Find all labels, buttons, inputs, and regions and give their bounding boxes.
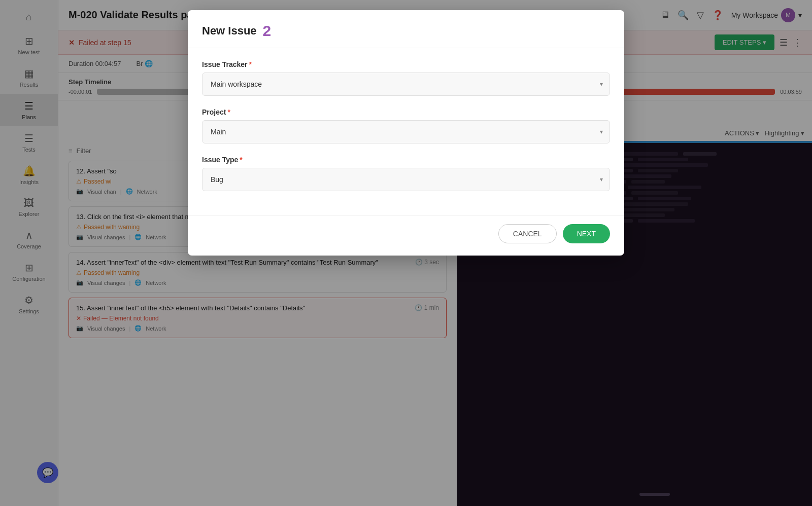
required-star-tracker: * bbox=[249, 60, 252, 68]
new-issue-modal: New Issue 2 Issue Tracker * Main workspa… bbox=[188, 10, 624, 256]
project-select-wrap: Main ▾ bbox=[202, 120, 610, 143]
modal-body: Issue Tracker * Main workspace ▾ Project… bbox=[188, 48, 624, 215]
project-label: Project * bbox=[202, 108, 610, 116]
project-group: Project * Main ▾ bbox=[202, 108, 610, 143]
issue-type-select[interactable]: Bug bbox=[202, 168, 610, 191]
cancel-button[interactable]: CANCEL bbox=[498, 224, 557, 243]
required-star-type: * bbox=[240, 156, 242, 164]
modal-footer: CANCEL NEXT bbox=[188, 215, 624, 256]
issue-type-label: Issue Type * bbox=[202, 156, 610, 164]
modal-overlay: New Issue 2 Issue Tracker * Main workspa… bbox=[0, 0, 812, 506]
next-button[interactable]: NEXT bbox=[563, 224, 610, 243]
required-star-project: * bbox=[227, 108, 230, 116]
modal-step-number: 2 bbox=[263, 22, 272, 40]
project-select[interactable]: Main bbox=[202, 120, 610, 143]
modal-title: New Issue bbox=[202, 24, 257, 38]
issue-type-group: Issue Type * Bug ▾ bbox=[202, 156, 610, 191]
issue-tracker-select-wrap: Main workspace ▾ bbox=[202, 73, 610, 96]
modal-header: New Issue 2 bbox=[188, 10, 624, 48]
issue-type-select-wrap: Bug ▾ bbox=[202, 168, 610, 191]
issue-tracker-label: Issue Tracker * bbox=[202, 60, 610, 68]
issue-tracker-group: Issue Tracker * Main workspace ▾ bbox=[202, 60, 610, 96]
issue-tracker-select[interactable]: Main workspace bbox=[202, 73, 610, 96]
